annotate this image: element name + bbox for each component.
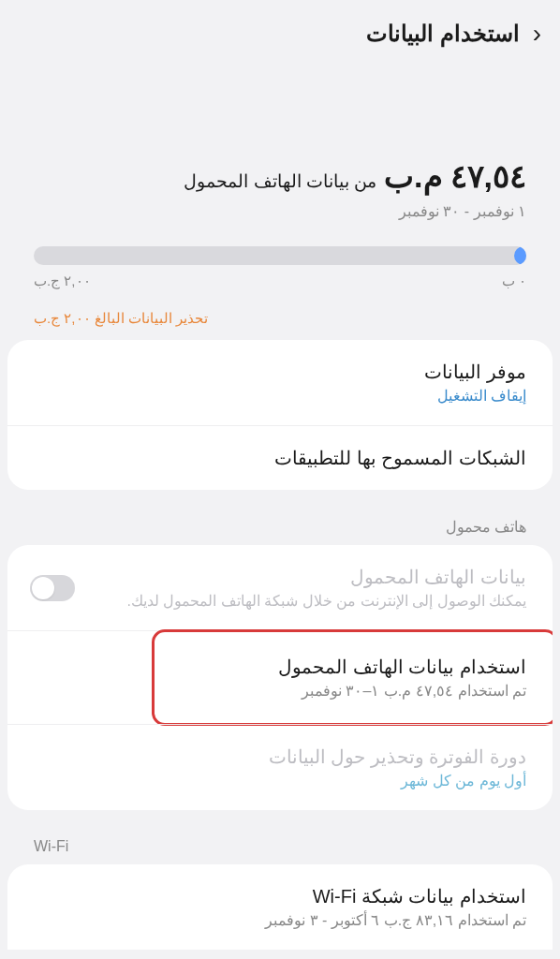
data-warning: تحذير البيانات البالغ ٢,٠٠ ج.ب [34, 310, 526, 327]
progress-fill [514, 246, 526, 265]
date-range: ١ نوفمبر - ٣٠ نوفمبر [34, 202, 526, 220]
mobile-usage-item[interactable]: استخدام بيانات الهاتف المحمول تم استخدام… [7, 630, 553, 724]
section-mobile-label: هاتف محمول [0, 503, 560, 545]
allowed-networks-item[interactable]: الشبكات المسموح بها للتطبيقات [7, 425, 553, 490]
card-wifi: استخدام بيانات شبكة Wi-Fi تم استخدام ٨٣,… [7, 864, 553, 950]
usage-suffix: من بيانات الهاتف المحمول [184, 170, 376, 192]
data-saver-sub: إيقاف التشغيل [34, 387, 526, 405]
wifi-usage-title: استخدام بيانات شبكة Wi-Fi [34, 885, 526, 907]
usage-unit: م.ب [384, 157, 442, 195]
back-icon[interactable]: ‹ [533, 21, 541, 47]
progress-min-label: ٠ ب [502, 273, 526, 289]
wifi-usage-sub: تم استخدام ٨٣,١٦ ج.ب ٦ أكتوبر - ٣ نوفمبر [34, 911, 526, 929]
allowed-networks-title: الشبكات المسموح بها للتطبيقات [34, 447, 526, 469]
usage-amount: ٤٧,٥٤ [450, 157, 526, 195]
mobile-data-sub: يمكنك الوصول إلى الإنترنت من خلال شبكة ا… [90, 592, 526, 610]
toggle-knob [32, 577, 54, 599]
mobile-data-item[interactable]: بيانات الهاتف المحمول يمكنك الوصول إلى ا… [7, 545, 553, 630]
section-wifi-label: Wi-Fi [0, 823, 560, 864]
usage-summary: ٤٧,٥٤ م.ب من بيانات الهاتف المحمول ١ نوف… [0, 64, 560, 220]
mobile-data-toggle[interactable] [30, 575, 75, 601]
card-mobile: بيانات الهاتف المحمول يمكنك الوصول إلى ا… [7, 545, 553, 810]
data-saver-item[interactable]: موفر البيانات إيقاف التشغيل [7, 340, 553, 425]
header: ‹ استخدام البيانات [0, 0, 560, 64]
mobile-usage-title: استخدام بيانات الهاتف المحمول [34, 656, 526, 678]
wifi-usage-item[interactable]: استخدام بيانات شبكة Wi-Fi تم استخدام ٨٣,… [7, 864, 553, 950]
billing-cycle-title: دورة الفوترة وتحذير حول البيانات [90, 745, 526, 768]
progress-bar-wrap: ٠ ب ٢,٠٠ ج.ب [34, 246, 526, 289]
mobile-data-title: بيانات الهاتف المحمول [90, 566, 526, 588]
data-saver-title: موفر البيانات [34, 361, 526, 383]
billing-cycle-sub: أول يوم من كل شهر [90, 772, 526, 789]
progress-bar [34, 246, 526, 265]
page-title: استخدام البيانات [366, 21, 520, 47]
billing-cycle-item[interactable]: دورة الفوترة وتحذير حول البيانات أول يوم… [7, 724, 553, 810]
card-general: موفر البيانات إيقاف التشغيل الشبكات المس… [7, 340, 553, 490]
mobile-usage-sub: تم استخدام ٤٧,٥٤ م.ب ١–٣٠ نوفمبر [34, 682, 526, 700]
progress-max-label: ٢,٠٠ ج.ب [34, 273, 91, 289]
